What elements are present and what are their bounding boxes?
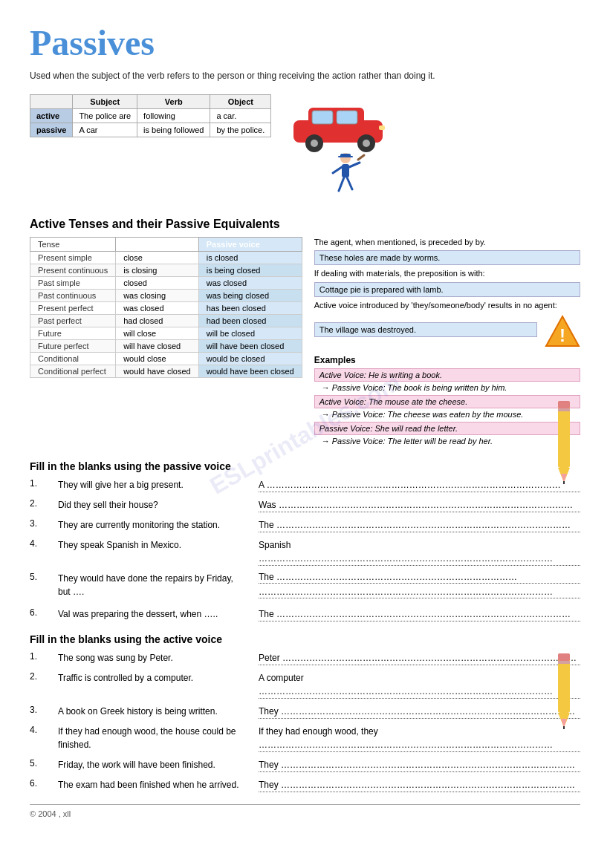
tenses-section: Tense Active voice Passive voice Present… (30, 237, 580, 448)
intro-passive-subject: A car (73, 123, 137, 137)
tenses-th-active: Active voice (116, 238, 199, 252)
fill-passive-item-2: 3.They are currently monitoring the stat… (30, 518, 580, 532)
tenses-row: Future perfectwill have closedwill have … (30, 340, 302, 353)
note-box-3: Cottage pie is prepared with lamb. (314, 282, 580, 297)
section1-heading: Active Tenses and their Passive Equivale… (30, 218, 580, 231)
fill-passive-list: 1.They will give her a big present.A ………… (30, 478, 580, 621)
svg-rect-12 (342, 164, 349, 177)
note-box-5: The village was destroyed. (314, 322, 537, 337)
svg-rect-2 (312, 111, 333, 124)
fill-passive-item-1: 2.Did they sell their house?Was ……………………… (30, 498, 580, 512)
tenses-row: Conditional perfectwould have closedwoul… (30, 365, 302, 378)
intro-active-subject: The police are (73, 109, 137, 123)
pencil-bottom-illustration (542, 646, 586, 737)
examples-heading: Examples (314, 355, 580, 365)
fill-passive-item-5: 6.Val was preparing the dessert, when ….… (30, 607, 580, 621)
intro-th-subject: Subject (73, 95, 137, 109)
svg-point-5 (311, 140, 318, 147)
footer: © 2004 , xll (30, 804, 580, 818)
note-1: These holes are made by worms. (319, 253, 441, 262)
intro-th-label (30, 95, 73, 109)
fill-active-item-2: 3.A book on Greek history is being writt… (30, 705, 580, 719)
examples-container: Active Voice: He is writing a book.Passi… (314, 368, 580, 446)
svg-line-16 (339, 177, 344, 191)
svg-rect-23 (558, 401, 570, 408)
car-svg (286, 94, 405, 154)
example-active-0: Active Voice: He is writing a book. (314, 368, 580, 382)
example-passive-2: Passive Voice: The letter will be read b… (314, 437, 580, 446)
footer-text: © 2004 , xll (30, 809, 71, 818)
policeman-svg (325, 152, 366, 204)
tenses-row: Present perfectwas closedhas been closed (30, 302, 302, 315)
car-illustration (286, 94, 405, 204)
tenses-row: Past continuouswas closingwas being clos… (30, 290, 302, 302)
svg-rect-3 (337, 111, 357, 124)
intro-passive-verb: is being followed (137, 123, 210, 137)
fill-active-item-3: 4.If they had enough wood, the house cou… (30, 725, 580, 752)
tenses-table-wrap: Tense Active voice Passive voice Present… (30, 237, 302, 448)
fill-passive-item-3: 4.They speak Spanish in Mexico.Spanish …… (30, 538, 580, 566)
note-text-2: If dealing with materials, the prepositi… (314, 268, 580, 279)
fill-passive-item-4: 5.They would have done the repairs by Fr… (30, 572, 580, 601)
tenses-th-tense: Tense (30, 238, 116, 252)
fill-passive-section: Fill in the blanks using the passive voi… (30, 460, 580, 621)
pencil-top-illustration (542, 394, 586, 492)
example-passive-0: Passive Voice: The book is being written… (314, 383, 580, 392)
svg-rect-29 (558, 653, 570, 661)
subtitle: Used when the subject of the verb refers… (30, 71, 580, 81)
intro-active-object: a car. (210, 109, 271, 123)
tenses-th-passive: Passive voice (198, 238, 302, 252)
intro-table-wrap: Subject Verb Object active The police ar… (30, 94, 271, 137)
intro-row-passive: passive A car is being followed by the p… (30, 123, 271, 137)
fill-passive-heading: Fill in the blanks using the passive voi… (30, 460, 580, 472)
svg-rect-8 (379, 125, 385, 130)
intro-active-verb: following (137, 109, 210, 123)
fill-active-item-4: 5.Friday, the work will have been finish… (30, 758, 580, 772)
tenses-row: Present simplecloseis closed (30, 252, 302, 264)
svg-rect-11 (338, 156, 353, 157)
intro-table: Subject Verb Object active The police ar… (30, 94, 271, 137)
svg-line-15 (358, 155, 364, 160)
intro-row-active: active The police are following a car. (30, 109, 271, 123)
example-active-1: Active Voice: The mouse ate the cheese. (314, 395, 580, 408)
example-passive-1: Passive Voice: The cheese was eaten by t… (314, 410, 580, 419)
tenses-row: Futurewill closewill be closed (30, 327, 302, 340)
intro-section: Subject Verb Object active The police ar… (30, 94, 580, 204)
fill-active-item-5: 6.The exam had been finished when he arr… (30, 778, 580, 792)
intro-th-verb: Verb (137, 95, 210, 109)
intro-passive-object: by the police. (210, 123, 271, 137)
pencil-top-svg (542, 394, 586, 490)
note-3: Cottage pie is prepared with lamb. (319, 285, 444, 294)
notes-panel: The agent, when mentioned, is preceded b… (314, 237, 580, 448)
fill-passive-item-0: 1.They will give her a big present.A ………… (30, 478, 580, 492)
intro-label-active: active (30, 109, 73, 123)
tenses-row: Past perfecthad closedhad been closed (30, 315, 302, 327)
note-text-0: The agent, when mentioned, is preceded b… (314, 237, 580, 248)
tenses-row: Present continuousis closingis being clo… (30, 264, 302, 277)
fill-active-item-0: 1.The song was sung by Peter.Peter ……………… (30, 651, 580, 665)
svg-point-7 (363, 140, 370, 147)
intro-th-object: Object (210, 95, 271, 109)
fill-active-list: 1.The song was sung by Peter.Peter ……………… (30, 651, 580, 792)
svg-rect-24 (558, 408, 570, 411)
note-text-4: Active voice introduced by 'they/someone… (314, 300, 580, 311)
intro-label-passive: passive (30, 123, 73, 137)
svg-rect-30 (558, 661, 570, 664)
example-active-2: Passive Voice: She will read the letter. (314, 422, 580, 435)
svg-text:!: ! (559, 325, 565, 345)
tenses-table: Tense Active voice Passive voice Present… (30, 237, 302, 378)
fill-active-section: Fill in the blanks using the active voic… (30, 633, 580, 792)
tenses-row: Conditionalwould closewould be closed (30, 353, 302, 365)
note-5: The village was destroyed. (319, 325, 416, 334)
page-title: Passives (30, 22, 580, 63)
svg-line-14 (349, 163, 360, 167)
svg-line-17 (347, 177, 352, 189)
fill-active-heading: Fill in the blanks using the active voic… (30, 633, 580, 645)
fill-active-item-1: 2.Traffic is controlled by a computer.A … (30, 671, 580, 699)
warning-triangle-icon: ! (545, 313, 580, 349)
pencil-bottom-svg (542, 646, 586, 735)
svg-line-13 (333, 167, 342, 173)
tenses-row: Past simpleclosedwas closed (30, 277, 302, 290)
note-box-1: These holes are made by worms. (314, 250, 580, 265)
